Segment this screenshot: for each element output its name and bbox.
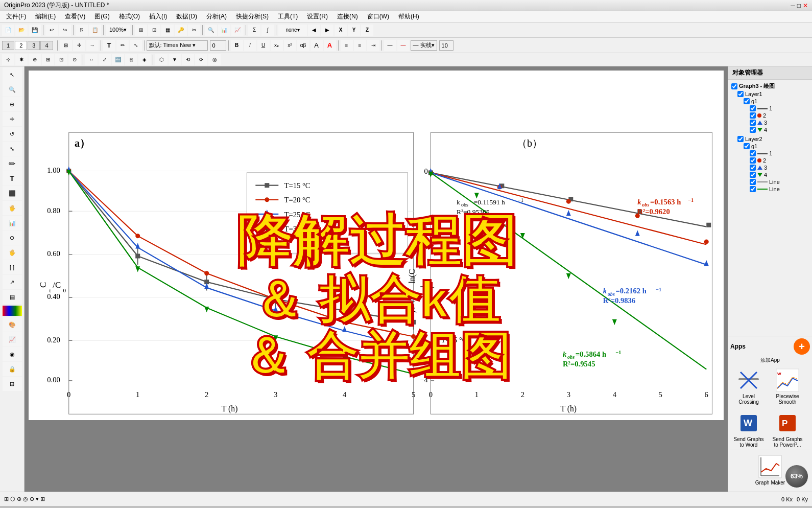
layer2-line2[interactable]: Line [749, 186, 810, 193]
color-line[interactable]: — [397, 40, 410, 51]
menu-connect[interactable]: 连接(N) [333, 11, 362, 22]
menu-help[interactable]: 帮助(H) [394, 11, 423, 22]
draw12[interactable]: ⬡ [155, 54, 168, 65]
tb10[interactable]: ∫ [261, 25, 274, 36]
menu-edit[interactable]: 编辑(E) [31, 11, 60, 22]
line-width[interactable]: — 实线▾ [411, 40, 437, 51]
alpha-btn[interactable]: αβ [297, 40, 309, 51]
align-left[interactable]: ≡ [341, 40, 353, 51]
minimize-btn[interactable]: ─ [791, 2, 795, 9]
menu-tools[interactable]: 工具(T) [274, 11, 302, 22]
nav-left[interactable]: ◀ [308, 25, 320, 36]
new-btn[interactable]: 📄 [2, 25, 14, 36]
font-selector[interactable]: 默认: Times New ▾ [147, 40, 208, 51]
pointer2-tool[interactable]: ↗ [3, 275, 22, 289]
move-btn[interactable]: ✛ [73, 40, 85, 51]
line-btn[interactable]: — [384, 40, 396, 51]
data-pt-tool[interactable]: ◉ [3, 347, 22, 361]
rotate-tool[interactable]: ↺ [3, 127, 22, 141]
layer1-item[interactable]: Layer1 [736, 90, 810, 98]
draw5[interactable]: ⊡ [55, 54, 67, 65]
zoom-in-tool[interactable]: 🔍 [3, 82, 22, 97]
menu-quick-analysis[interactable]: 快捷分析(S) [232, 11, 273, 22]
move-tool[interactable]: ✛ [3, 112, 22, 126]
menu-file[interactable]: 文件(F) [2, 11, 30, 22]
draw3[interactable]: ⊕ [29, 54, 41, 65]
tab-2[interactable]: 2 [15, 41, 27, 50]
tab-3[interactable]: 3 [28, 41, 40, 50]
graph3-item[interactable]: Graph3 - 绘图 [730, 82, 810, 90]
indent-btn[interactable]: ⇥ [367, 40, 379, 51]
arrow-btn[interactable]: → [86, 40, 99, 51]
layer2-plot4[interactable]: 4 [749, 171, 810, 178]
add-app-button[interactable]: + [794, 338, 810, 355]
bracket-tool[interactable]: [ ] [3, 260, 22, 274]
draw8[interactable]: ⤢ [99, 54, 111, 65]
pan-tool[interactable]: 🖐 [3, 245, 22, 260]
draw9[interactable]: 🔤 [112, 54, 124, 65]
menu-analysis[interactable]: 分析(A) [202, 11, 231, 22]
pointer-tool[interactable]: ↖ [3, 67, 22, 82]
draw14[interactable]: ⟲ [182, 54, 194, 65]
menu-settings[interactable]: 设置(R) [303, 11, 332, 22]
layer2-g1[interactable]: g1 [743, 143, 810, 150]
layer2-line1[interactable]: Line [749, 178, 810, 186]
save-btn[interactable]: 💾 [29, 25, 41, 36]
open-btn[interactable]: 📂 [15, 25, 28, 36]
layer1-plot4[interactable]: 4 [749, 126, 810, 133]
menu-insert[interactable]: 插入(I) [145, 11, 171, 22]
paste-btn[interactable]: 📋 [89, 25, 101, 36]
underline-btn[interactable]: U [257, 40, 270, 51]
draw16[interactable]: ◎ [208, 54, 221, 65]
menu-format[interactable]: 格式(O) [115, 11, 144, 22]
axis-y[interactable]: Y [348, 25, 360, 36]
layer2-plot2[interactable]: 2 [749, 157, 810, 164]
zoom-indicator[interactable]: 63% [785, 465, 808, 488]
layer1-plot2[interactable]: 2 [749, 112, 810, 119]
layer2-plot3[interactable]: 3 [749, 164, 810, 171]
menu-window[interactable]: 窗口(W) [363, 11, 393, 22]
menu-view[interactable]: 查看(V) [61, 11, 89, 22]
tab-4[interactable]: 4 [40, 41, 53, 50]
app-piecewise-smooth[interactable]: W Piecewise Smooth [769, 366, 806, 407]
app-send-to-ppt[interactable]: P Send Graphs to PowerP... [769, 409, 806, 450]
tb3[interactable]: ▦ [161, 25, 174, 36]
axis-x[interactable]: X [335, 25, 347, 36]
region-tool[interactable]: ⬛ [3, 186, 22, 200]
tb6[interactable]: 🔍 [205, 25, 217, 36]
zoom-display[interactable]: 100%▾ [106, 25, 130, 36]
redo-btn[interactable]: ↪ [59, 25, 71, 36]
tab-1[interactable]: 1 [2, 41, 14, 50]
tb1[interactable]: ⊞ [135, 25, 147, 36]
none-dropdown[interactable]: none▾ [278, 25, 307, 36]
app-graph-maker[interactable]: Graph Maker [752, 452, 789, 488]
graph-tool[interactable]: 📊 [3, 216, 22, 230]
menu-data[interactable]: 数据(D) [172, 11, 201, 22]
text-tool-left[interactable]: T [3, 171, 22, 186]
line-num[interactable]: 10 [439, 40, 453, 51]
draw10[interactable]: ⎘ [125, 54, 137, 65]
nav-right[interactable]: ▶ [321, 25, 333, 36]
draw11[interactable]: ◈ [138, 54, 151, 65]
app-send-to-word[interactable]: W Send Graphs to Word [730, 409, 767, 450]
undo-btn[interactable]: ↩ [45, 25, 58, 36]
copy-btn[interactable]: ⎘ [76, 25, 88, 36]
italic-btn[interactable]: I [244, 40, 256, 51]
layer1-g1[interactable]: g1 [743, 98, 810, 105]
layer1-plot1[interactable]: 1 [749, 105, 810, 112]
tb7[interactable]: 📊 [218, 25, 230, 36]
tb9[interactable]: Σ [248, 25, 260, 36]
color-tool[interactable]: 🎨 [3, 317, 22, 332]
grid-tool[interactable]: ⊞ [3, 377, 22, 391]
pencil-tool[interactable]: ✏ [3, 156, 22, 171]
draw1[interactable]: ⊹ [2, 54, 14, 65]
axis-z[interactable]: Z [361, 25, 373, 36]
layer-tool[interactable]: ⊙ [3, 230, 22, 245]
close-btn[interactable]: ✕ [803, 2, 808, 9]
scale-tool[interactable]: ⤡ [3, 142, 22, 156]
lock-tool[interactable]: 🔒 [3, 362, 22, 376]
bold-btn[interactable]: B [231, 40, 243, 51]
data-tool[interactable]: ▤ [3, 290, 22, 304]
draw6[interactable]: ⊙ [68, 54, 81, 65]
text-tool[interactable]: T [103, 40, 115, 51]
